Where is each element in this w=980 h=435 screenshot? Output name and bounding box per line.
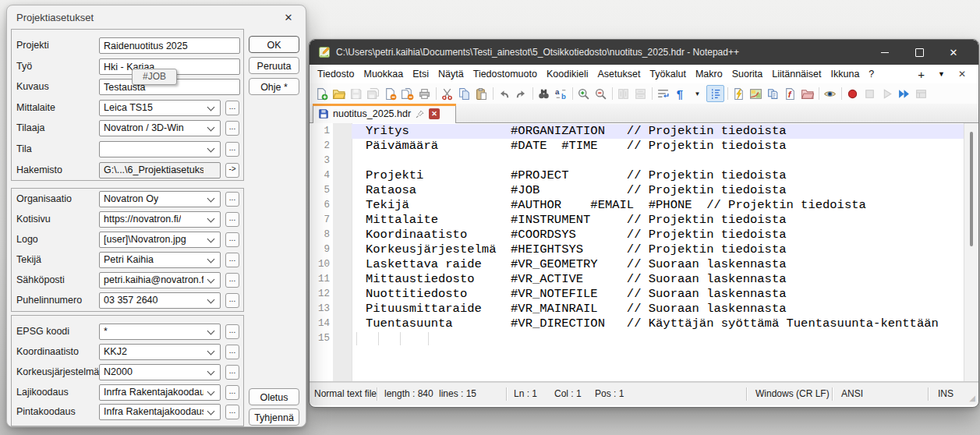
- kotisivu-more-button[interactable]: ...: [225, 212, 239, 227]
- tilaaja-more-button[interactable]: ...: [225, 121, 239, 136]
- document-map-icon[interactable]: [748, 86, 764, 101]
- paste-icon[interactable]: [473, 86, 490, 101]
- redo-icon[interactable]: [513, 86, 529, 101]
- replace-icon[interactable]: ab: [553, 86, 569, 101]
- code-line-8[interactable]: Koordinaatisto #COORDSYS // Projektin ti…: [352, 228, 964, 242]
- tab-close-icon[interactable]: ✕: [429, 108, 440, 119]
- logo-select[interactable]: [user]\Novatron.jpg: [99, 232, 221, 248]
- menu-item-liitnniset[interactable]: Liitännäiset: [767, 69, 826, 80]
- resize-grip[interactable]: ◢: [969, 394, 975, 402]
- copy-icon[interactable]: [456, 86, 472, 101]
- minimize-button[interactable]: [868, 40, 902, 65]
- code-line-11[interactable]: Mittaustiedosto #VR_ACTIVE // Suoraan la…: [352, 272, 964, 287]
- find-icon[interactable]: [536, 86, 552, 101]
- print-icon[interactable]: [416, 86, 433, 101]
- pintakoodaus-select[interactable]: Infra Rakentajakoodaus: [99, 404, 221, 420]
- lightning-document-icon[interactable]: [731, 86, 747, 101]
- scrollbar-thumb[interactable]: [970, 132, 973, 246]
- sahkoposti-more-button[interactable]: ...: [225, 273, 239, 288]
- ok-button[interactable]: OK: [249, 36, 299, 53]
- show-all-characters-icon[interactable]: ¶: [672, 86, 688, 101]
- editor[interactable]: 123456789101112131415 Yritys #ORGANIZATI…: [310, 123, 978, 382]
- tekija-more-button[interactable]: ...: [225, 253, 239, 267]
- lajikoodaus-select[interactable]: Inrfra Rakentajakoodaus: [99, 384, 221, 401]
- word-wrap-icon[interactable]: [655, 86, 671, 101]
- help-button[interactable]: Ohje *: [249, 78, 299, 95]
- mittalaite-more-button[interactable]: ...: [225, 101, 239, 115]
- hakemisto-open-button[interactable]: ->: [225, 163, 239, 178]
- menu-item-help[interactable]: ?: [864, 69, 879, 80]
- menubar-close-icon[interactable]: ✕: [958, 69, 966, 80]
- koordinaatisto-more-button[interactable]: ...: [225, 345, 239, 359]
- new-tab-icon[interactable]: +: [918, 68, 925, 81]
- menu-item-suorita[interactable]: Suorita: [727, 69, 768, 80]
- tekija-select[interactable]: Petri Kaihia: [99, 252, 221, 268]
- pintakoodaus-more-button[interactable]: ...: [225, 405, 239, 419]
- code-line-3[interactable]: [352, 154, 964, 168]
- indent-guide-icon[interactable]: [706, 85, 724, 102]
- zoom-out-icon[interactable]: [593, 86, 609, 101]
- maximize-button[interactable]: [902, 40, 936, 65]
- cut-icon[interactable]: [439, 86, 455, 101]
- code-line-9[interactable]: Korkeusjärjestelmä #HEIGHTSYS // Projekt…: [352, 242, 964, 257]
- tilaaja-select[interactable]: Novatron / 3D-Win: [99, 120, 221, 136]
- code-line-4[interactable]: Projekti #PROJECT // Projektin tiedoista: [352, 168, 964, 183]
- pin-icon[interactable]: [415, 109, 425, 119]
- menu-item-muokkaa[interactable]: Muokkaa: [359, 69, 408, 80]
- puhelinnumero-select[interactable]: 03 357 2640: [99, 292, 221, 309]
- menu-item-asetukset[interactable]: Asetukset: [593, 69, 645, 80]
- status-insert-mode[interactable]: INS: [938, 383, 953, 405]
- clear-button[interactable]: Tyhjennä: [249, 408, 299, 426]
- code-line-13[interactable]: Pituusmittaraide #VR_MAINRAIL // Suoraan…: [352, 302, 964, 317]
- epsg-more-button[interactable]: ...: [225, 324, 239, 339]
- puhelinnumero-more-button[interactable]: ...: [225, 293, 239, 308]
- mittalaite-select[interactable]: Leica TS15: [99, 100, 221, 116]
- code-line-10[interactable]: Laskettava raide #VR_GEOMETRY // Suoraan…: [352, 257, 964, 272]
- organisaatio-select[interactable]: Novatron Oy: [99, 191, 221, 207]
- macro-run-multiple-icon[interactable]: [896, 86, 912, 101]
- logo-more-button[interactable]: ...: [225, 232, 239, 247]
- koordinaatisto-select[interactable]: KKJ2: [99, 344, 221, 360]
- vertical-scrollbar[interactable]: [964, 123, 978, 381]
- macro-record-icon[interactable]: [844, 86, 861, 101]
- code-line-15[interactable]: [352, 331, 964, 346]
- kotisivu-select[interactable]: https://novatron.fi/: [99, 211, 221, 228]
- notepad-titlebar[interactable]: C:\Users\petri.kaihia\Documents\Testi_ai…: [310, 40, 978, 65]
- menu-item-nyt[interactable]: Näytä: [433, 69, 469, 80]
- epsg-select[interactable]: *: [99, 324, 221, 340]
- new-file-icon[interactable]: [313, 86, 330, 101]
- code-line-6[interactable]: Tekijä #AUTHOR #EMAIL #PHONE // Projekti…: [352, 198, 964, 213]
- code-line-1[interactable]: Yritys #ORGANIZATION // Projektin tiedoi…: [352, 124, 964, 139]
- cancel-button[interactable]: Peruuta: [249, 57, 299, 74]
- undo-icon[interactable]: [496, 86, 512, 101]
- hakemisto-path[interactable]: G:\...\6_Projektiasetukset\: [99, 162, 221, 179]
- folder-as-workspace-icon[interactable]: [799, 86, 815, 101]
- open-file-icon[interactable]: [331, 86, 347, 101]
- monitoring-icon[interactable]: [822, 86, 838, 101]
- tab-nuotitus-2025[interactable]: nuotitus_2025.hdr ✕: [313, 104, 456, 123]
- menu-item-etsi[interactable]: Etsi: [408, 69, 433, 80]
- sahkoposti-select[interactable]: petri.kaihia@novatron.fi: [99, 272, 221, 288]
- organisaatio-more-button[interactable]: ...: [225, 192, 239, 207]
- tila-select[interactable]: [99, 141, 221, 157]
- defaults-button[interactable]: Oletus: [249, 388, 299, 405]
- code-line-7[interactable]: Mittalaite #INSTRUMENT // Projektin tied…: [352, 213, 964, 228]
- zoom-in-icon[interactable]: [575, 86, 592, 101]
- document-list-icon[interactable]: [765, 86, 781, 101]
- close-button[interactable]: ✕: [936, 40, 971, 65]
- function-list-icon[interactable]: f: [782, 86, 798, 101]
- menu-item-ikkuna[interactable]: Ikkuna: [826, 69, 865, 80]
- menu-item-tiedostomuoto[interactable]: Tiedostomuoto: [469, 69, 542, 80]
- code-line-2[interactable]: Päivämäärä #DATE #TIME // Projektin tied…: [352, 139, 964, 154]
- code-line-14[interactable]: Tuentasuunta #VR_DIRECTION // Käyttäjän …: [352, 317, 964, 331]
- code-line-5[interactable]: Rataosa #JOB // Projektin tiedoista: [352, 183, 964, 198]
- tab-list-dropdown-icon[interactable]: ▼: [938, 70, 945, 78]
- close-all-icon[interactable]: [399, 86, 416, 101]
- projekti-input[interactable]: [99, 37, 240, 54]
- korkeusjarjestelma-more-button[interactable]: ...: [225, 365, 239, 380]
- code-line-12[interactable]: Nuottitiedosto #VR_NOTEFILE // Suoraan l…: [352, 287, 964, 302]
- menu-item-tiedosto[interactable]: Tiedosto: [313, 69, 359, 80]
- show-chars-dropdown-icon[interactable]: ▼: [689, 86, 706, 101]
- tila-more-button[interactable]: ...: [225, 142, 239, 157]
- menu-item-koodikieli[interactable]: Koodikieli: [542, 69, 593, 80]
